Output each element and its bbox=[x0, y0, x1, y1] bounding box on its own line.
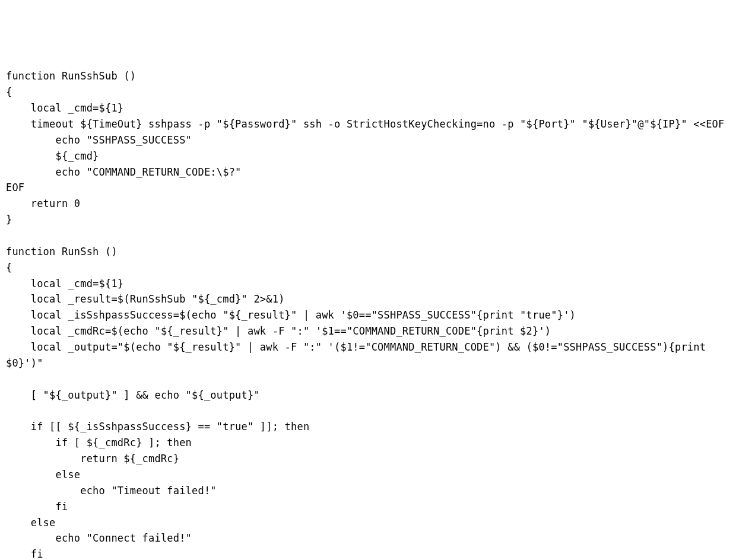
code-block: function RunSshSub () { local _cmd=${1} … bbox=[6, 68, 730, 560]
